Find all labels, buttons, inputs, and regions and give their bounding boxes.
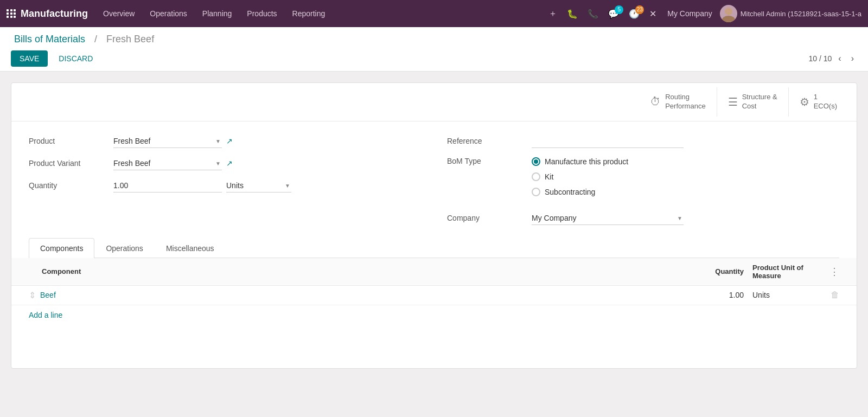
pagination: 10 / 10 ‹ › [809, 53, 857, 65]
bom-subcontracting-label: Subcontracting [545, 188, 595, 196]
app-title: Manufacturing [21, 8, 88, 20]
bom-type-row: BoM Type Manufacture this product Kit [447, 157, 839, 203]
radio-inner [534, 159, 538, 164]
col-header-component: Component [42, 267, 700, 275]
bom-type-label: BoM Type [447, 157, 523, 165]
routing-performance-button[interactable]: ⏱ RoutingPerformance [639, 87, 717, 117]
app-brand[interactable]: Manufacturing [7, 8, 88, 20]
chat-button[interactable]: 💬 5 [605, 7, 622, 21]
form-right-col: Reference BoM Type Manufacture this prod… [447, 134, 839, 234]
nav-products[interactable]: Products [240, 0, 283, 27]
routing-label: RoutingPerformance [665, 93, 705, 111]
company-select-wrapper: My Company ▼ [532, 211, 684, 225]
user-name: Mitchell Admin (15218921-saas-15-1-a [741, 10, 861, 18]
close-icon[interactable]: ✕ [646, 7, 660, 21]
product-select[interactable]: Fresh Beef [113, 134, 222, 148]
routing-icon: ⏱ [650, 95, 661, 108]
eco-icon: ⚙ [800, 95, 809, 108]
variant-external-link[interactable]: ↗ [226, 159, 233, 168]
save-button[interactable]: SAVE [11, 50, 48, 67]
reference-label: Reference [447, 137, 523, 145]
prev-page-button[interactable]: ‹ [835, 53, 844, 65]
breadcrumb-separator: / [94, 34, 97, 44]
bom-option-kit[interactable]: Kit [532, 172, 628, 181]
clock-badge: 23 [635, 5, 644, 14]
bom-manufacture-label: Manufacture this product [545, 157, 628, 166]
nav-planning[interactable]: Planning [196, 0, 239, 27]
radio-manufacture[interactable] [532, 157, 540, 166]
breadcrumb-parent[interactable]: Bills of Materials [14, 34, 85, 44]
smart-buttons: ⏱ RoutingPerformance ☰ Structure &Cost ⚙… [11, 83, 857, 121]
reference-row: Reference [447, 134, 839, 148]
variant-field: Fresh Beef ▼ ↗ [113, 157, 233, 170]
chat-badge: 5 [615, 5, 623, 14]
nav-overview[interactable]: Overview [97, 0, 141, 27]
eco-button[interactable]: ⚙ 1ECO(s) [789, 87, 848, 117]
table-header: Component Quantity Product Unit of Measu… [11, 258, 857, 286]
svg-point-1 [722, 16, 735, 22]
components-table: Component Quantity Product Unit of Measu… [11, 258, 857, 325]
cell-qty: 1.00 [700, 291, 744, 299]
phone-icon[interactable]: 📞 [584, 7, 602, 21]
grid-icon [7, 9, 16, 18]
reference-field [532, 134, 684, 148]
quantity-input[interactable] [113, 179, 222, 193]
product-field: Fresh Beef ▼ ↗ [113, 134, 233, 148]
bom-option-manufacture[interactable]: Manufacture this product [532, 157, 628, 166]
debug-icon[interactable]: 🐛 [564, 7, 581, 21]
tab-operations[interactable]: Operations [94, 238, 154, 258]
product-row: Product Fresh Beef ▼ ↗ [29, 134, 421, 148]
radio-subcontracting[interactable] [532, 188, 540, 196]
radio-kit[interactable] [532, 172, 540, 181]
reference-input[interactable] [532, 134, 684, 148]
variant-row: Product Variant Fresh Beef ▼ ↗ [29, 157, 421, 170]
cell-component[interactable]: Beef [40, 291, 700, 299]
company-select[interactable]: My Company [532, 211, 684, 225]
form-card: ⏱ RoutingPerformance ☰ Structure &Cost ⚙… [11, 82, 857, 369]
breadcrumb-current: Fresh Beef [106, 34, 154, 44]
structure-icon: ☰ [728, 95, 738, 108]
avatar[interactable] [720, 5, 737, 22]
company-label: Company [447, 214, 523, 222]
cell-uom: Units [752, 291, 818, 299]
clock-button[interactable]: 🕐 23 [626, 7, 643, 21]
pagination-text: 10 / 10 [809, 54, 832, 63]
drag-handle[interactable]: ⇕ [29, 290, 36, 300]
nav-reporting[interactable]: Reporting [286, 0, 332, 27]
tab-miscellaneous[interactable]: Miscellaneous [155, 238, 226, 258]
bom-option-subcontracting[interactable]: Subcontracting [532, 188, 628, 196]
variant-label: Product Variant [29, 159, 105, 168]
product-label: Product [29, 137, 105, 145]
quantity-field: Units ▼ [113, 179, 291, 193]
svg-point-0 [725, 8, 732, 15]
quantity-label: Quantity [29, 181, 105, 190]
table-kebab-button[interactable]: ⋮ [829, 266, 839, 278]
bom-kit-label: Kit [545, 172, 553, 181]
add-button[interactable]: ＋ [545, 6, 560, 22]
add-line-button[interactable]: Add a line [11, 305, 80, 325]
top-navigation: Manufacturing Overview Operations Planni… [0, 0, 868, 27]
product-select-wrapper: Fresh Beef ▼ [113, 134, 222, 148]
delete-row-button[interactable]: 🗑 [831, 290, 839, 300]
col-header-qty: Quantity [700, 267, 744, 275]
tabs-bar: Components Operations Miscellaneous [29, 238, 839, 258]
col-header-uom: Product Unit of Measure [752, 264, 818, 280]
discard-button[interactable]: DISCARD [52, 50, 99, 67]
topbar-actions: ＋ 🐛 📞 💬 5 🕐 23 ✕ My Company Mitchell Adm… [545, 5, 861, 22]
form-left-col: Product Fresh Beef ▼ ↗ Product Variant [29, 134, 421, 234]
main-content: ⏱ RoutingPerformance ☰ Structure &Cost ⚙… [0, 72, 868, 380]
unit-select-wrapper: Units ▼ [226, 179, 291, 193]
tab-components[interactable]: Components [29, 238, 94, 258]
bom-type-options: Manufacture this product Kit Subcontract… [532, 157, 628, 203]
unit-select[interactable]: Units [226, 179, 291, 193]
next-page-button[interactable]: › [848, 53, 857, 65]
variant-select[interactable]: Fresh Beef [113, 157, 222, 170]
company-field: My Company ▼ [532, 211, 684, 225]
nav-operations[interactable]: Operations [143, 0, 193, 27]
eco-label: 1ECO(s) [814, 93, 837, 111]
company-name: My Company [663, 9, 716, 18]
structure-cost-button[interactable]: ☰ Structure &Cost [717, 87, 789, 117]
product-external-link[interactable]: ↗ [226, 137, 233, 145]
table-row: ⇕ Beef 1.00 Units 🗑 [11, 286, 857, 305]
quantity-row: Quantity Units ▼ [29, 179, 421, 193]
